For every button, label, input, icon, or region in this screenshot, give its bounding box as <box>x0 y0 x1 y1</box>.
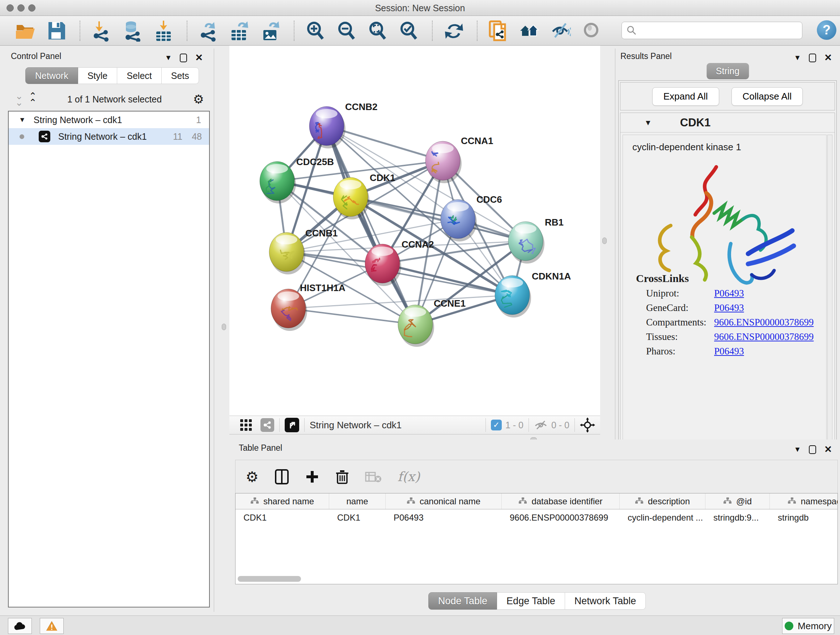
help-icon[interactable]: ? <box>817 20 836 40</box>
table-cell[interactable]: cyclin-dependent ... <box>620 513 706 523</box>
crosslink-link[interactable]: P06493 <box>714 346 744 357</box>
column-mapped-icon <box>518 496 527 507</box>
import-table-file-icon[interactable] <box>152 19 174 42</box>
expand-all-networks-icon[interactable]: ⌄⌄ <box>15 93 22 106</box>
collapse-all-button[interactable]: Collapse All <box>731 87 803 106</box>
table-panel-title: Table Panel <box>239 443 282 453</box>
right-splitter-handle[interactable] <box>602 238 607 244</box>
crosslink-label: Compartments: <box>646 317 714 328</box>
panel-menu-icon[interactable]: ▼ <box>794 445 801 454</box>
panel-float-icon[interactable] <box>809 445 816 454</box>
network-node-cdkn1a[interactable]: CDKN1A <box>495 271 571 318</box>
column-header-canonical-name[interactable]: canonical name <box>386 494 502 509</box>
column-header-namespace[interactable]: namespace <box>770 494 838 509</box>
warnings-button[interactable] <box>40 618 64 634</box>
column-header--id[interactable]: @id <box>706 494 770 509</box>
table-cell[interactable]: CDK1 <box>235 513 329 523</box>
network-row[interactable]: String Network – cdk1 11 48 <box>9 128 209 145</box>
zoom-in-icon[interactable] <box>304 19 326 42</box>
panel-float-icon[interactable] <box>809 54 816 62</box>
expand-all-button[interactable]: Expand All <box>652 87 719 106</box>
network-node-hist1h1a[interactable]: HIST1H1A <box>271 282 346 331</box>
collection-label: String Network – cdk1 <box>34 115 122 125</box>
results-scrollbar[interactable] <box>827 135 832 451</box>
refresh-network-icon[interactable] <box>442 19 464 42</box>
table-cell[interactable]: stringdb <box>770 513 838 523</box>
selected-checkbox-icon[interactable]: ✓ <box>491 420 502 431</box>
cloud-status-button[interactable] <box>8 618 32 634</box>
network-selection-summary: 1 of 1 Network selected <box>36 94 193 105</box>
pan-crosshair-icon[interactable] <box>580 417 595 432</box>
copy-network-icon[interactable] <box>487 19 509 42</box>
network-canvas[interactable]: CCNB2CCNA1CDC25BCDK1CDC6RB1CCNB1CCNA2CDK… <box>229 46 600 416</box>
save-session-icon[interactable] <box>45 19 67 42</box>
network-edge[interactable] <box>327 126 415 325</box>
panel-close-icon[interactable]: ✕ <box>195 52 203 63</box>
table-cell[interactable]: stringdb:9... <box>706 513 770 523</box>
panel-float-icon[interactable] <box>180 54 187 62</box>
network-edge[interactable] <box>288 309 415 325</box>
crosslink-link[interactable]: 9606.ENSP00000378699 <box>714 317 813 328</box>
tab-string[interactable]: String <box>706 63 749 79</box>
tab-select[interactable]: Select <box>117 67 161 84</box>
open-session-icon[interactable] <box>14 19 36 42</box>
table-cell[interactable]: 9606.ENSP00000378699 <box>502 513 620 523</box>
table-settings-gear-icon[interactable]: ⚙ <box>246 469 259 485</box>
column-header-database-identifier[interactable]: database identifier <box>502 494 620 509</box>
birds-eye-view-icon[interactable] <box>285 418 299 432</box>
gene-section-header[interactable]: ▼ CDK1 <box>621 113 835 133</box>
node-label: CCNB1 <box>305 228 338 239</box>
search-input[interactable] <box>637 25 789 35</box>
home-icon[interactable] <box>518 19 540 42</box>
network-collection-row[interactable]: ▼ String Network – cdk1 1 <box>9 111 209 128</box>
collection-expand-icon[interactable]: ▼ <box>19 116 26 124</box>
table-row[interactable]: CDK1CDK1P064939606.ENSP00000378699cyclin… <box>235 509 837 526</box>
collapse-all-networks-icon[interactable]: ⌃⌃ <box>29 93 36 106</box>
add-column-icon[interactable] <box>305 470 319 484</box>
network-node-cdk1[interactable]: CDK1 <box>333 172 395 219</box>
network-node-rb1[interactable]: RB1 <box>508 217 564 264</box>
show-all-icon[interactable] <box>580 19 603 42</box>
import-network-file-icon[interactable] <box>90 19 112 42</box>
panel-close-icon[interactable]: ✕ <box>824 444 832 455</box>
zoom-out-icon[interactable] <box>335 19 357 42</box>
zoom-fit-icon[interactable] <box>366 19 388 42</box>
left-splitter-handle[interactable] <box>222 324 226 330</box>
tab-node-table[interactable]: Node Table <box>428 592 497 610</box>
export-image-icon[interactable] <box>259 19 281 42</box>
panel-menu-icon[interactable]: ▼ <box>794 54 801 62</box>
table-cell[interactable]: P06493 <box>386 513 502 523</box>
table-horizontal-scrollbar[interactable] <box>238 576 301 582</box>
search-box[interactable] <box>622 22 802 39</box>
crosslink-link[interactable]: P06493 <box>714 302 744 314</box>
column-header-shared-name[interactable]: shared name <box>235 494 329 509</box>
panel-menu-icon[interactable]: ▼ <box>164 54 172 62</box>
panel-close-icon[interactable]: ✕ <box>824 52 832 63</box>
tab-network[interactable]: Network <box>25 67 78 84</box>
hide-selected-icon[interactable] <box>549 19 572 42</box>
node-table[interactable]: shared namenamecanonical namedatabase id… <box>235 493 838 584</box>
grid-view-icon[interactable] <box>240 418 253 432</box>
memory-button[interactable]: Memory <box>782 618 834 634</box>
network-node-cdc6[interactable]: CDC6 <box>441 194 502 241</box>
crosslink-link[interactable]: 9606.ENSP00000378699 <box>714 331 813 342</box>
zoom-selected-icon[interactable] <box>397 19 420 42</box>
tab-network-table[interactable]: Network Table <box>565 592 646 610</box>
column-header-description[interactable]: description <box>620 494 706 509</box>
column-header-name[interactable]: name <box>329 494 386 509</box>
section-collapse-icon[interactable]: ▼ <box>644 119 652 127</box>
export-network-icon[interactable] <box>197 19 219 42</box>
import-network-database-icon[interactable] <box>121 19 143 42</box>
delete-column-icon[interactable] <box>335 469 349 485</box>
show-columns-icon[interactable] <box>275 469 289 485</box>
tab-style[interactable]: Style <box>78 67 118 84</box>
export-table-icon[interactable] <box>228 19 250 42</box>
network-options-gear-icon[interactable]: ⚙ <box>193 92 204 106</box>
string-view-icon[interactable] <box>261 418 274 432</box>
network-node-ccnb1[interactable]: CCNB1 <box>269 228 338 274</box>
node-label: CDK1 <box>370 172 395 183</box>
network-node-ccne1[interactable]: CCNE1 <box>398 298 466 347</box>
tab-edge-table[interactable]: Edge Table <box>497 592 565 610</box>
table-cell[interactable]: CDK1 <box>329 513 386 523</box>
tab-sets[interactable]: Sets <box>162 67 199 84</box>
